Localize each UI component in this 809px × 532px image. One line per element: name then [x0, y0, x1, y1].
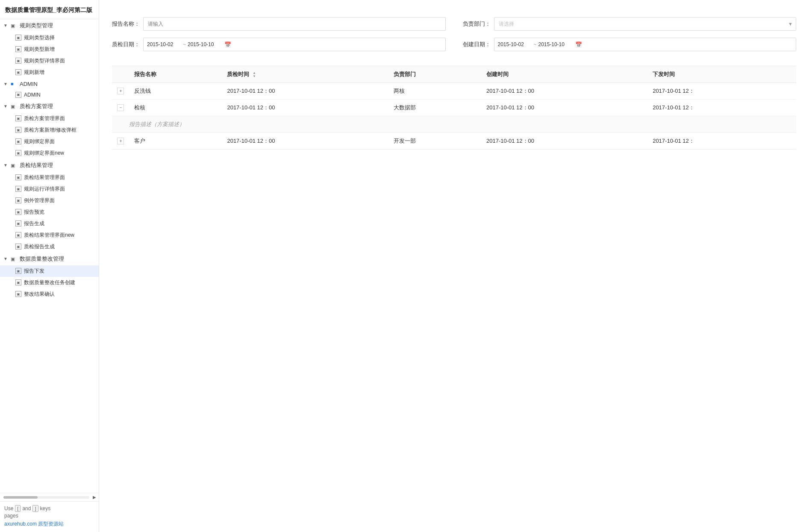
folder-icon: ▣ — [11, 23, 18, 28]
watermark-link[interactable]: axurehub.com 原型资源站 — [4, 520, 94, 528]
sidebar-item-rule-bind-ui[interactable]: ▣ 规则绑定界面 — [0, 136, 99, 147]
expanded-content-cell: 报告描述（方案描述） — [112, 116, 796, 133]
quality-date-row: 质检日期： ~ 📅 — [112, 38, 446, 51]
nav-group-quality-plan-header[interactable]: ▼ ▣ 质检方案管理 — [0, 100, 99, 113]
dept-select[interactable]: 请选择 — [494, 17, 797, 31]
nav-group-quality-result: ▼ ▣ 质检结果管理 ▣ 质检结果管理界面 ▣ 规则运行详情界面 ▣ 例外管理界… — [0, 159, 99, 253]
nav-group-data-rectify-header[interactable]: ▼ ▣ 数据质量整改管理 — [0, 253, 99, 265]
sidebar-title: 数据质量管理原型_李必河第二版 — [0, 0, 99, 19]
sidebar-item-rule-bind-ui-new[interactable]: ▣ 规则绑定界面new — [0, 147, 99, 159]
cell-report-name-1: 反洗钱 — [129, 83, 222, 100]
cell-issue-time-2: 2017-10-01 12： — [647, 100, 796, 116]
expand-cell-1: ＋ — [112, 83, 129, 100]
report-name-row: 报告名称： — [112, 17, 446, 31]
quality-date-range: ~ 📅 — [143, 38, 446, 51]
date-sep-2: ~ — [534, 41, 537, 47]
nav-group-admin: ▼ ■ ADMIN ▣ ADMIN — [0, 78, 99, 100]
page-icon: ▣ — [15, 186, 21, 192]
page-icon: ▣ — [15, 232, 21, 238]
nav-group-admin-label: ADMIN — [20, 81, 38, 87]
expand-button-2[interactable]: － — [117, 104, 124, 111]
sidebar-item-report-issue[interactable]: ▣ 报告下发 — [0, 265, 99, 277]
sidebar-item-rule-type-detail[interactable]: ▣ 规则类型详情界面 — [0, 55, 99, 67]
quality-date-end-input[interactable] — [188, 41, 222, 47]
sidebar-item-rule-add[interactable]: ▣ 规则新增 — [0, 67, 99, 78]
page-icon: ▣ — [15, 220, 21, 226]
th-expand — [112, 66, 129, 83]
and-text: and — [22, 506, 31, 511]
arrow-icon: ▼ — [3, 82, 9, 86]
sidebar-item-exception-mgmt[interactable]: ▣ 例外管理界面 — [0, 195, 99, 206]
keys-hint-row: Use [ and ] keys — [4, 505, 94, 512]
calendar-icon-2[interactable]: 📅 — [575, 41, 582, 48]
sidebar: 数据质量管理原型_李必河第二版 ▼ ▣ 规则类型管理 ▣ 规则类型选择 ▣ 规则… — [0, 0, 99, 532]
folder-icon-blue: ■ — [11, 81, 18, 86]
nav-group-quality-plan: ▼ ▣ 质检方案管理 ▣ 质检方案管理界面 ▣ 质检方案新增/修改弹框 ▣ 规则… — [0, 100, 99, 159]
dept-select-wrapper: 请选择 ▼ — [494, 17, 797, 31]
dept-label: 负责部门： — [463, 20, 491, 28]
page-icon: ▣ — [15, 138, 21, 144]
sidebar-item-report-generate[interactable]: ▣ 报告生成 — [0, 218, 99, 229]
nav-group-quality-result-label: 质检结果管理 — [20, 162, 53, 169]
sidebar-item-quality-plan-ui[interactable]: ▣ 质检方案管理界面 — [0, 113, 99, 124]
sidebar-item-rectify-result-confirm[interactable]: ▣ 整改结果确认 — [0, 288, 99, 300]
calendar-icon-1[interactable]: 📅 — [224, 41, 231, 48]
th-quality-time[interactable]: 质检时间 ▲ ▼ — [222, 66, 388, 83]
sidebar-item-data-quality-rectify-task[interactable]: ▣ 数据质量整改任务创建 — [0, 277, 99, 288]
dept-row: 负责部门： 请选择 ▼ — [463, 17, 797, 31]
data-table: 报告名称 质检时间 ▲ ▼ 负责部门 创建时间 — [112, 66, 796, 150]
sidebar-item-rule-type-select[interactable]: ▣ 规则类型选择 — [0, 32, 99, 44]
nav-group-quality-result-header[interactable]: ▼ ▣ 质检结果管理 — [0, 159, 99, 172]
sidebar-item-quality-report-generate[interactable]: ▣ 质检报告生成 — [0, 241, 99, 253]
nav-group-admin-header[interactable]: ▼ ■ ADMIN — [0, 78, 99, 90]
page-icon: ▣ — [15, 69, 21, 75]
sidebar-item-quality-result-ui-new[interactable]: ▣ 质检结果管理界面new — [0, 229, 99, 241]
table-row: ＋ 客户 2017-10-01 12：00 开发一部 2017-10-01 12… — [112, 133, 796, 150]
sidebar-item-admin[interactable]: ▣ ADMIN — [0, 90, 99, 100]
report-name-input[interactable] — [143, 17, 446, 31]
cell-report-name-2: 检核 — [129, 100, 222, 116]
pages-text: pages — [4, 513, 94, 519]
page-icon: ▣ — [15, 197, 21, 203]
sidebar-item-report-preview[interactable]: ▣ 报告预览 — [0, 206, 99, 218]
nav-group-rule-type-label: 规则类型管理 — [20, 22, 53, 29]
cell-create-time-1: 2017-10-01 12：00 — [481, 83, 647, 100]
sidebar-item-quality-plan-add[interactable]: ▣ 质检方案新增/修改弹框 — [0, 124, 99, 136]
th-dept: 负责部门 — [388, 66, 481, 83]
create-date-start-input[interactable] — [498, 41, 532, 47]
th-issue-time: 下发时间 — [647, 66, 796, 83]
folder-icon: ▣ — [11, 163, 18, 168]
arrow-icon: ▼ — [3, 163, 9, 168]
sidebar-item-quality-result-ui[interactable]: ▣ 质检结果管理界面 — [0, 172, 99, 183]
date-sep-1: ~ — [183, 41, 186, 47]
report-name-label: 报告名称： — [112, 20, 140, 28]
sidebar-item-rule-run-detail[interactable]: ▣ 规则运行详情界面 — [0, 183, 99, 195]
nav-group-rule-type-header[interactable]: ▼ ▣ 规则类型管理 — [0, 19, 99, 32]
cell-issue-time-3: 2017-10-01 12： — [647, 133, 796, 150]
quality-date-start-input[interactable] — [147, 41, 181, 47]
cell-create-time-3: 2017-10-01 12：00 — [481, 133, 647, 150]
expand-button-1[interactable]: ＋ — [117, 88, 124, 94]
quality-date-label: 质检日期： — [112, 41, 140, 48]
nav-group-quality-plan-label: 质检方案管理 — [20, 103, 53, 110]
arrow-icon: ▼ — [3, 104, 9, 109]
cell-dept-2: 大数据部 — [388, 100, 481, 116]
sidebar-nav: ▼ ▣ 规则类型管理 ▣ 规则类型选择 ▣ 规则类型新增 ▣ 规则类型详情界面 … — [0, 19, 99, 493]
table-row: ＋ 反洗钱 2017-10-01 12：00 两核 2017-10-01 12：… — [112, 83, 796, 100]
scroll-right-arrow[interactable]: ▶ — [93, 495, 96, 500]
page-icon: ▣ — [15, 58, 21, 64]
expand-button-3[interactable]: ＋ — [117, 138, 124, 144]
expand-cell-3: ＋ — [112, 133, 129, 150]
key-next: ] — [32, 505, 38, 512]
th-report-name: 报告名称 — [129, 66, 222, 83]
nav-group-data-rectify: ▼ ▣ 数据质量整改管理 ▣ 报告下发 ▣ 数据质量整改任务创建 ▣ 整改结果确… — [0, 253, 99, 300]
main-content: 报告名称： 负责部门： 请选择 ▼ 质检日期： ~ — [99, 0, 809, 532]
cell-quality-time-1: 2017-10-01 12：00 — [222, 83, 388, 100]
nav-group-rule-type: ▼ ▣ 规则类型管理 ▣ 规则类型选择 ▣ 规则类型新增 ▣ 规则类型详情界面 … — [0, 19, 99, 78]
table-header-row: 报告名称 质检时间 ▲ ▼ 负责部门 创建时间 — [112, 66, 796, 83]
page-icon: ▣ — [15, 291, 21, 297]
keys-text: keys — [40, 506, 51, 511]
page-icon: ▣ — [15, 127, 21, 133]
sidebar-item-rule-type-add[interactable]: ▣ 规则类型新增 — [0, 44, 99, 55]
create-date-end-input[interactable] — [538, 41, 573, 47]
